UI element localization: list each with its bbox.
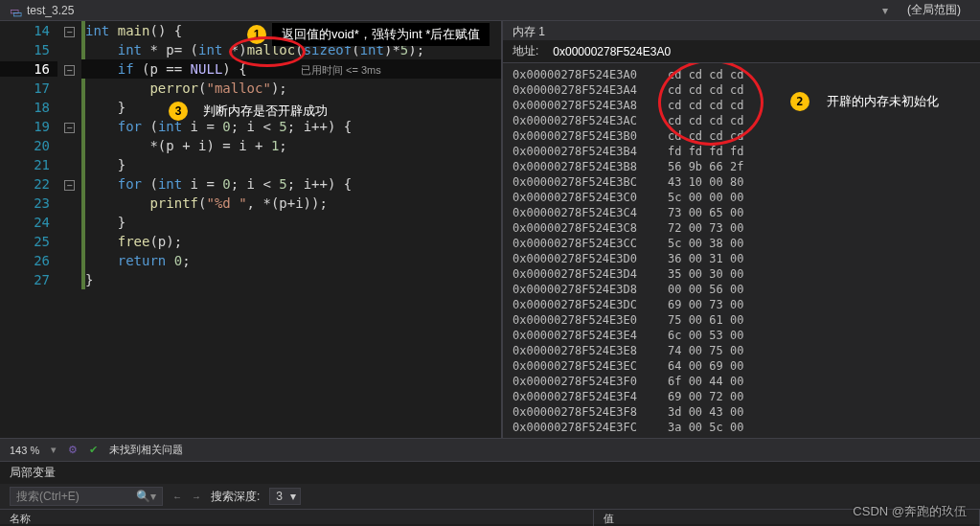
search-icon[interactable]: 🔍▾ [136, 490, 156, 503]
memory-row[interactable]: 0x00000278F524E3E874 00 75 00 [513, 343, 970, 358]
status-bar: 143 % ▾ ⚙ ✔ 未找到相关问题 [0, 438, 980, 461]
address-value[interactable]: 0x00000278F524E3A0 [553, 45, 671, 58]
code-line[interactable]: if (p == NULL) { [81, 59, 501, 79]
fold-toggle-icon[interactable]: − [64, 180, 75, 191]
memory-address: 0x00000278F524E3C8 [513, 221, 656, 235]
locals-columns: 名称 值 [0, 510, 980, 526]
memory-bytes: 72 00 73 00 [668, 221, 743, 235]
memory-row[interactable]: 0x00000278F524E3B856 9b 66 2f [513, 159, 970, 174]
fold-toggle-icon[interactable]: − [64, 123, 75, 133]
check-icon: ✔ [89, 444, 98, 456]
memory-row[interactable]: 0x00000278F524E3FC3a 00 5c 00 [513, 420, 970, 435]
code-line[interactable]: } [81, 213, 501, 232]
dropdown-arrow-1-icon[interactable]: ▾ [882, 4, 888, 17]
memory-row[interactable]: 0x00000278F524E3F83d 00 43 00 [513, 404, 970, 420]
memory-row[interactable]: 0x00000278F524E3C05c 00 00 00 [513, 190, 970, 205]
memory-row[interactable]: 0x00000278F524E3E075 00 61 00 [513, 312, 970, 328]
memory-row[interactable]: 0x00000278F524E3D800 00 56 00 [513, 282, 970, 297]
code-lens[interactable]: 已用时间 <= 3ms [301, 63, 381, 78]
code-line[interactable]: } [81, 270, 501, 289]
memory-bytes: 6c 00 53 00 [668, 329, 743, 342]
memory-row[interactable]: 0x00000278F524E3CC5c 00 38 00 [513, 236, 970, 251]
prev-arrow-icon[interactable]: ← [172, 492, 182, 502]
memory-bytes: 55 00 73 00 [668, 436, 743, 438]
memory-address: 0x00000278F524E3E0 [513, 313, 656, 327]
memory-row[interactable]: 0x00000278F524E3EC64 00 69 00 [513, 358, 970, 374]
memory-address: 0x00000278F524E3F4 [513, 390, 656, 403]
line-number: 24 [0, 215, 57, 230]
memory-bytes: 00 00 56 00 [668, 283, 743, 296]
memory-address: 0x00000278F524E3A8 [513, 99, 656, 112]
code-editor[interactable]: ➤ 14−1516−171819−202122−2324252627 int m… [0, 21, 502, 438]
memory-panel: 内存 1 地址: 0x00000278F524E3A0 2 开辟的内存未初始化 … [502, 21, 980, 438]
zoom-dropdown-icon[interactable]: ▾ [51, 444, 57, 456]
code-line[interactable]: for (int i = 0; i < 5; i++) { [81, 174, 501, 194]
memory-row[interactable]: 0x00000278F524E3F06f 00 44 00 [513, 374, 970, 389]
code-line[interactable]: printf("%d ", *(p+i)); [81, 194, 501, 213]
fold-toggle-icon[interactable]: − [64, 27, 75, 37]
col-name[interactable]: 名称 [0, 510, 594, 526]
code-line[interactable]: free(p); [81, 232, 501, 251]
memory-row[interactable]: 0x00000278F524E3C872 00 73 00 [513, 220, 970, 236]
annotation-text-2: 开辟的内存未初始化 [817, 90, 948, 113]
line-number: 27 [0, 272, 57, 287]
annotation-text-3: 判断内存是否开辟成功 [194, 100, 337, 123]
memory-bytes: 43 10 00 80 [668, 175, 743, 189]
memory-address: 0x00000278F524E400 [513, 436, 656, 438]
problems-text[interactable]: 未找到相关问题 [109, 443, 183, 457]
line-number: 20 [0, 138, 57, 153]
memory-bytes: cd cd cd cd [668, 68, 743, 81]
code-line[interactable]: } [81, 155, 501, 174]
memory-address: 0x00000278F524E3C0 [513, 191, 656, 204]
memory-row[interactable]: 0x00000278F524E3D435 00 30 00 [513, 266, 970, 282]
annotation-text-1: 返回值的void*，强转为int *后在赋值 [272, 23, 490, 46]
memory-row[interactable]: 0x00000278F524E3DC69 00 73 00 [513, 297, 970, 312]
memory-row[interactable]: 0x00000278F524E3B4fd fd fd fd [513, 144, 970, 159]
memory-row[interactable]: 0x00000278F524E3F469 00 72 00 [513, 389, 970, 404]
memory-address: 0x00000278F524E3D4 [513, 267, 656, 281]
locals-panel: 局部变量 搜索(Ctrl+E) 🔍▾ ← → 搜索深度: 3 ▾ 名称 值 ▷ … [0, 461, 980, 524]
code-line[interactable]: perror("malloc"); [81, 79, 501, 98]
memory-bytes: cd cd cd cd [668, 129, 743, 143]
memory-bytes: 69 00 72 00 [668, 390, 743, 403]
lightbulb-icon[interactable]: ⚙ [68, 444, 78, 456]
memory-row[interactable]: 0x00000278F524E3A0cd cd cd cd [513, 67, 970, 82]
tab-label: test_3.25 [27, 4, 74, 17]
line-number: 16 [0, 61, 57, 77]
memory-row[interactable]: 0x00000278F524E3C473 00 65 00 [513, 205, 970, 220]
memory-row[interactable]: 0x00000278F524E3B0cd cd cd cd [513, 128, 970, 144]
locals-search-input[interactable]: 搜索(Ctrl+E) 🔍▾ [10, 487, 163, 506]
memory-row[interactable]: 0x00000278F524E3D036 00 31 00 [513, 251, 970, 266]
memory-address: 0x00000278F524E3AC [513, 114, 656, 127]
depth-selector[interactable]: 3 ▾ [269, 488, 301, 505]
code-line[interactable]: *(p + i) = i + 1; [81, 136, 501, 155]
zoom-level[interactable]: 143 % [10, 445, 39, 456]
memory-row[interactable]: 0x00000278F524E3ACcd cd cd cd [513, 113, 970, 128]
line-number: 15 [0, 42, 57, 57]
memory-row[interactable]: 0x00000278F524E3E46c 00 53 00 [513, 328, 970, 343]
code-line[interactable]: return 0; [81, 251, 501, 270]
line-number: 26 [0, 253, 57, 268]
memory-address: 0x00000278F524E3DC [513, 298, 656, 311]
memory-row[interactable]: 0x00000278F524E40055 00 73 00 [513, 435, 970, 438]
memory-bytes: cd cd cd cd [668, 99, 743, 112]
memory-bytes: cd cd cd cd [668, 114, 743, 127]
locals-title: 局部变量 [0, 462, 980, 484]
memory-bytes: 75 00 61 00 [668, 313, 743, 327]
memory-bytes: 6f 00 44 00 [668, 375, 743, 388]
memory-bytes: 56 9b 66 2f [668, 160, 743, 173]
memory-row[interactable]: 0x00000278F524E3BC43 10 00 80 [513, 174, 970, 190]
line-number: 19 [0, 119, 57, 134]
fold-toggle-icon[interactable]: − [64, 65, 75, 76]
memory-bytes: 5c 00 38 00 [668, 237, 743, 250]
title-bar: test_3.25 ▾ (全局范围) [0, 0, 980, 21]
memory-address: 0x00000278F524E3A4 [513, 83, 656, 97]
line-number: 14 [0, 23, 57, 38]
memory-bytes: 64 00 69 00 [668, 359, 743, 373]
file-tab[interactable]: test_3.25 [0, 2, 83, 19]
scope-dropdown[interactable]: (全局范围) [907, 2, 961, 18]
memory-address: 0x00000278F524E3F8 [513, 405, 656, 419]
memory-bytes: 35 00 30 00 [668, 267, 743, 281]
next-arrow-icon[interactable]: → [192, 492, 201, 502]
memory-bytes: 3a 00 5c 00 [668, 421, 743, 434]
